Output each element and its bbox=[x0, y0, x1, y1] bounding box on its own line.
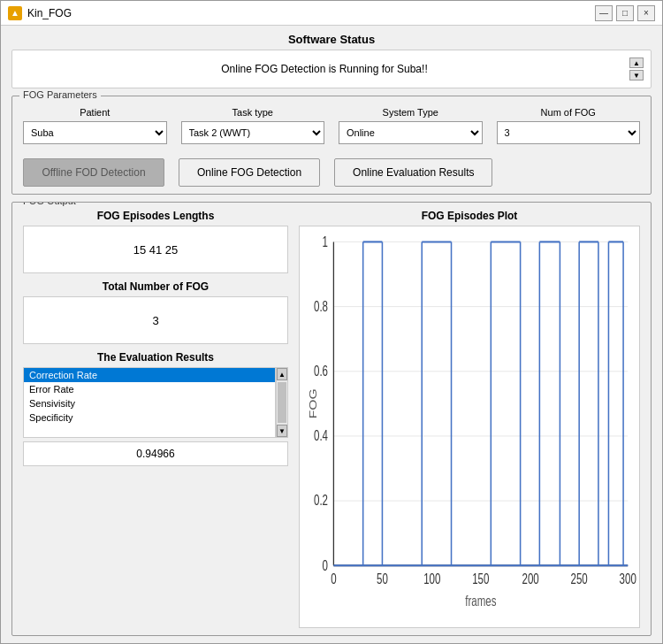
chart-title: FOG Episodes Plot bbox=[299, 210, 640, 222]
offline-detection-button[interactable]: Offline FOD Detection bbox=[23, 158, 164, 187]
scroll-down-button[interactable]: ▼ bbox=[629, 70, 644, 80]
eval-item-3[interactable]: Specificity bbox=[24, 410, 275, 425]
system-type-param: System Type Online bbox=[339, 107, 483, 144]
svg-text:300: 300 bbox=[620, 572, 637, 587]
chart-area: 1 0.8 0.6 0.4 0.2 0 0 50 100 bbox=[299, 226, 640, 628]
fog-output-group: FOG Output FOG Episodes Lengths 15 41 25… bbox=[11, 202, 652, 636]
eval-scroll-up-button[interactable]: ▲ bbox=[277, 368, 287, 380]
task-type-label: Task type bbox=[181, 107, 325, 118]
buttons-row: Offline FOD Detection Online FOG Detecti… bbox=[23, 158, 640, 187]
fog-left-column: FOG Episodes Lengths 15 41 25 Total Numb… bbox=[23, 210, 288, 628]
fog-output-inner: FOG Episodes Lengths 15 41 25 Total Numb… bbox=[23, 210, 640, 628]
software-status-title: Software Status bbox=[11, 33, 652, 46]
eval-title: The Evaluation Results bbox=[23, 351, 288, 364]
minimize-button[interactable]: — bbox=[595, 5, 613, 21]
scroll-up-button[interactable]: ▲ bbox=[629, 58, 644, 68]
total-fog-value-box: 3 bbox=[23, 296, 288, 344]
fog-parameters-group: FOG Parameters Patient Suba Task type Ta… bbox=[11, 96, 652, 195]
system-type-label: System Type bbox=[339, 107, 483, 118]
svg-text:200: 200 bbox=[522, 572, 540, 587]
eval-item-2[interactable]: Sensivisity bbox=[24, 396, 275, 410]
svg-text:150: 150 bbox=[472, 572, 490, 587]
eval-item-1[interactable]: Error Rate bbox=[24, 382, 275, 396]
eval-scroll-thumb bbox=[278, 382, 286, 423]
chart-svg: 1 0.8 0.6 0.4 0.2 0 0 50 100 bbox=[300, 226, 639, 627]
num-fog-select[interactable]: 3 bbox=[497, 121, 641, 144]
eval-list: Correction Rate Error Rate Sensivisity S… bbox=[23, 367, 276, 438]
episodes-section: FOG Episodes Lengths 15 41 25 bbox=[23, 210, 288, 273]
svg-text:0.2: 0.2 bbox=[314, 494, 328, 509]
title-bar: ▲ Kin_FOG — □ × bbox=[1, 1, 662, 26]
episodes-title: FOG Episodes Lengths bbox=[23, 210, 288, 222]
task-type-param: Task type Task 2 (WWT) bbox=[181, 107, 325, 144]
fog-output-label: FOG Output bbox=[19, 202, 80, 206]
main-content: Software Status Online FOG Detection is … bbox=[1, 26, 662, 643]
num-fog-param: Num of FOG 3 bbox=[497, 107, 641, 144]
patient-param: Patient Suba bbox=[23, 107, 167, 144]
eval-section: The Evaluation Results Correction Rate E… bbox=[23, 351, 288, 466]
main-window: ▲ Kin_FOG — □ × Software Status Online F… bbox=[0, 0, 663, 644]
svg-text:0: 0 bbox=[331, 572, 337, 587]
episodes-value: 15 41 25 bbox=[133, 243, 179, 257]
svg-text:1: 1 bbox=[323, 234, 328, 249]
eval-results-button[interactable]: Online Evaluation Results bbox=[334, 158, 492, 187]
svg-rect-0 bbox=[300, 226, 639, 627]
eval-item-0[interactable]: Correction Rate bbox=[24, 368, 275, 382]
svg-text:250: 250 bbox=[571, 572, 589, 587]
status-scroll: ▲ ▼ bbox=[629, 58, 644, 80]
title-bar-left: ▲ Kin_FOG bbox=[8, 6, 72, 20]
svg-text:FOG: FOG bbox=[308, 388, 319, 418]
fog-params-grid: Patient Suba Task type Task 2 (WWT) Syst… bbox=[23, 107, 640, 144]
app-icon: ▲ bbox=[8, 6, 22, 20]
maximize-button[interactable]: □ bbox=[616, 5, 634, 21]
svg-text:0.4: 0.4 bbox=[314, 429, 328, 444]
eval-value-box: 0.94966 bbox=[23, 441, 288, 466]
total-fog-section: Total Number of FOG 3 bbox=[23, 280, 288, 344]
patient-label: Patient bbox=[23, 107, 167, 118]
window-title: Kin_FOG bbox=[27, 7, 72, 19]
eval-scrollbar: ▲ ▼ bbox=[276, 367, 288, 438]
svg-text:0.6: 0.6 bbox=[314, 364, 328, 379]
eval-value: 0.94966 bbox=[136, 448, 174, 460]
system-type-select[interactable]: Online bbox=[339, 121, 483, 144]
fog-parameters-label: FOG Parameters bbox=[19, 89, 101, 100]
eval-scroll-down-button[interactable]: ▼ bbox=[277, 425, 287, 437]
fog-chart: FOG Episodes Plot bbox=[299, 210, 640, 628]
svg-text:frames: frames bbox=[465, 594, 496, 609]
svg-text:0.8: 0.8 bbox=[314, 299, 328, 314]
status-text: Online FOG Detection is Running for Suba… bbox=[19, 63, 629, 75]
total-fog-value: 3 bbox=[152, 314, 158, 327]
svg-text:0: 0 bbox=[323, 558, 329, 573]
episodes-value-box: 15 41 25 bbox=[23, 226, 288, 273]
task-type-select[interactable]: Task 2 (WWT) bbox=[181, 121, 325, 144]
close-button[interactable]: × bbox=[637, 5, 655, 21]
eval-list-container: Correction Rate Error Rate Sensivisity S… bbox=[23, 367, 288, 438]
total-fog-title: Total Number of FOG bbox=[23, 280, 288, 293]
title-bar-controls: — □ × bbox=[595, 5, 655, 21]
online-detection-button[interactable]: Online FOG Detection bbox=[179, 158, 320, 187]
num-fog-label: Num of FOG bbox=[497, 107, 641, 118]
svg-text:50: 50 bbox=[377, 572, 388, 587]
status-box: Online FOG Detection is Running for Suba… bbox=[11, 50, 652, 88]
patient-select[interactable]: Suba bbox=[23, 121, 167, 144]
software-status-section: Software Status Online FOG Detection is … bbox=[11, 33, 652, 88]
svg-text:100: 100 bbox=[423, 572, 441, 587]
